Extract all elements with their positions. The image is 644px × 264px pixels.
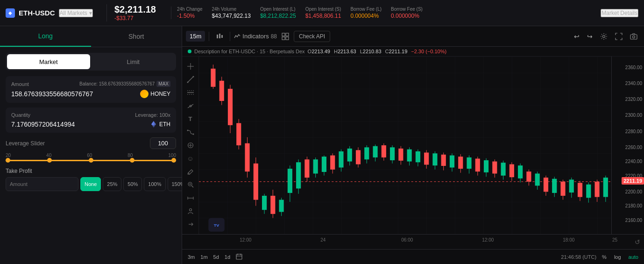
svg-rect-46 (245, 143, 249, 171)
svg-rect-76 (373, 146, 377, 157)
price-label-2180: 2180.00 (625, 203, 642, 208)
tab-short[interactable]: Short (91, 26, 182, 47)
undo-btn[interactable]: ↩ (571, 31, 582, 42)
slider-dot-60[interactable] (89, 158, 93, 163)
svg-rect-116 (544, 178, 548, 192)
balance-info: Balance: 158.676393355680576767 MAX (79, 81, 170, 87)
stat-borrow-short: Borrow Fee (S) 0.000000% (391, 7, 423, 19)
emoji-btn[interactable]: ☺ (184, 152, 197, 164)
settings-btn[interactable] (597, 31, 610, 42)
shapes-icon (187, 142, 194, 149)
text-btn[interactable]: T (184, 113, 197, 125)
max-button[interactable]: MAX (156, 81, 170, 87)
check-api-btn[interactable]: Check API (294, 31, 330, 42)
svg-rect-114 (535, 173, 540, 186)
leverage-input[interactable] (150, 137, 176, 149)
slider-dot-80[interactable] (130, 158, 134, 163)
ohlc-o: O2213.49 (308, 49, 330, 54)
tp-none-btn[interactable]: None (80, 177, 101, 191)
more-tools-btn[interactable] (184, 218, 197, 230)
svg-rect-74 (364, 147, 369, 159)
toolbar-right: ↩ ↪ (571, 31, 640, 42)
svg-rect-78 (382, 145, 386, 157)
slider-dot-100[interactable] (171, 158, 176, 163)
svg-point-23 (187, 129, 188, 131)
trend-btn[interactable] (184, 100, 197, 112)
markets-dropdown-btn[interactable]: All Markets ▾ (59, 9, 93, 17)
svg-rect-7 (286, 33, 289, 36)
top-bar: ◆ ETH-USDC All Markets ▾ $2,211.18 -$33.… (0, 0, 644, 26)
crosshair-btn[interactable] (184, 60, 197, 72)
auto-scale-btn[interactable]: auto (627, 253, 640, 261)
settings-icon (600, 33, 608, 40)
indicators-btn[interactable]: Indicators 88 (234, 33, 277, 40)
svg-rect-104 (492, 162, 497, 174)
calendar-icon (236, 253, 242, 260)
crosshair-icon (187, 63, 194, 70)
leverage-slider[interactable] (6, 160, 176, 161)
svg-rect-4 (219, 34, 220, 38)
log-scale-btn[interactable]: log (612, 253, 623, 261)
svg-rect-70 (347, 149, 352, 162)
hline-icon (187, 89, 194, 96)
tab-long[interactable]: Long (0, 26, 91, 47)
pencil-btn[interactable] (184, 165, 197, 178)
redo-btn[interactable]: ↪ (584, 31, 595, 42)
fibonacci-btn[interactable] (184, 126, 197, 138)
price-label-2320: 2320.00 (625, 97, 642, 102)
svg-line-15 (188, 77, 193, 82)
time-scroll-btn[interactable]: ↺ (635, 238, 640, 246)
svg-rect-42 (228, 89, 233, 125)
bt-5d[interactable]: 5d (212, 252, 221, 262)
bt-calendar[interactable] (234, 252, 244, 262)
svg-rect-100 (475, 159, 480, 172)
svg-rect-8 (282, 37, 285, 40)
svg-point-10 (603, 35, 605, 37)
layout-btn[interactable] (279, 31, 292, 42)
line-btn[interactable] (184, 73, 197, 86)
person-btn[interactable] (184, 205, 197, 217)
tp-25-btn[interactable]: 25% (103, 177, 121, 191)
take-profit-amount-input[interactable] (6, 177, 78, 191)
market-details-btn[interactable]: Market Details (601, 9, 638, 17)
svg-rect-11 (630, 35, 637, 39)
bt-1d[interactable]: 1d (223, 252, 232, 262)
slider-ticks: 20 40 60 80 100 (6, 153, 176, 158)
order-type-row: Market Limit (6, 53, 176, 71)
timeframe-15m-btn[interactable]: 15m (186, 31, 205, 42)
limit-order-btn[interactable]: Limit (92, 54, 175, 69)
chart-bottom: 12:00 24 06:00 12:00 18:00 25 ↺ (182, 234, 644, 249)
screenshot-btn[interactable] (627, 31, 640, 42)
hline-btn[interactable] (184, 86, 197, 99)
svg-rect-52 (270, 196, 275, 214)
svg-rect-118 (552, 179, 557, 193)
svg-rect-124 (578, 183, 582, 197)
main-layout: Long Short Market Limit Amount Balance: … (0, 26, 644, 264)
stat-oi-long: Open Interest (L) $8,212,822.25 (260, 7, 296, 19)
fullscreen-btn[interactable] (612, 31, 625, 42)
drawing-toolbar: T ☺ (182, 57, 199, 234)
amount-label: Amount (11, 81, 29, 87)
price-label-2260: 2260.00 (625, 144, 642, 150)
svg-rect-92 (441, 155, 446, 166)
zoom-btn[interactable] (184, 178, 197, 191)
tp-100-btn[interactable]: 100% (144, 177, 165, 191)
measure-btn[interactable] (184, 192, 197, 204)
slider-dot-20[interactable] (6, 158, 10, 163)
bt-3m[interactable]: 3m (186, 252, 197, 262)
chart-type-btn[interactable] (213, 31, 226, 42)
svg-rect-72 (356, 150, 361, 164)
svg-rect-56 (288, 169, 292, 193)
slider-dot-40[interactable] (47, 158, 52, 163)
shapes-btn[interactable] (184, 139, 197, 151)
tp-50-btn[interactable]: 50% (123, 177, 142, 191)
layout-icon (282, 33, 289, 40)
svg-line-31 (191, 186, 193, 188)
svg-rect-82 (398, 149, 403, 161)
price-label-2200: 2200.00 (625, 189, 642, 194)
market-order-btn[interactable]: Market (7, 54, 90, 69)
price-label-2300: 2300.00 (625, 113, 642, 118)
percent-scale-btn[interactable]: % (600, 253, 609, 261)
main-price: $2,211.18 (114, 4, 156, 15)
bt-1m[interactable]: 1m (198, 252, 209, 262)
